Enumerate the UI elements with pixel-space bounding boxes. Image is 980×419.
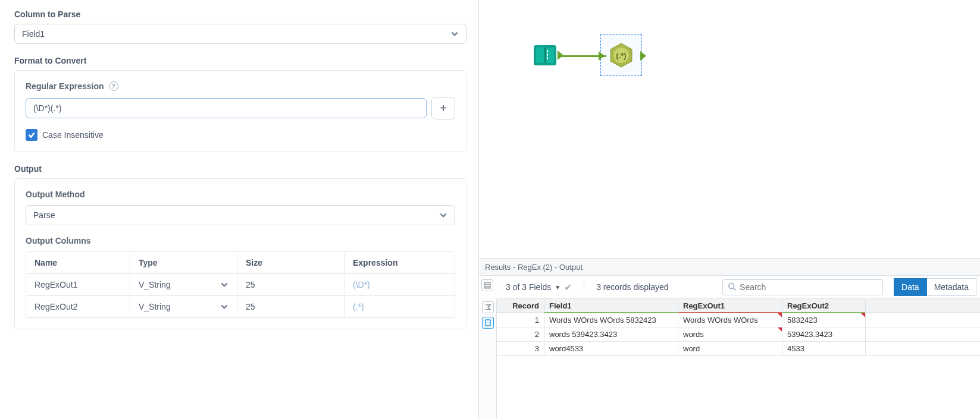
cell-type[interactable]: V_String xyxy=(130,296,237,317)
column-to-parse-section: Column to Parse Field1 xyxy=(14,10,466,44)
book-icon xyxy=(533,43,558,68)
results-title: Results - RegEx (2) - Output xyxy=(479,259,980,276)
format-group: Regular Expression ? + Case Insensitive xyxy=(14,70,466,152)
output-method-value: Parse xyxy=(33,210,55,220)
results-body: Record Field1 RegExOut1 RegExOut2 xyxy=(479,299,980,419)
add-regex-button[interactable]: + xyxy=(431,97,455,119)
results-search[interactable] xyxy=(722,279,883,295)
grid-row[interactable]: 1 Words WOrds WOrds 5832423 Words WOrds … xyxy=(497,313,980,327)
svg-text:(.*): (.*) xyxy=(616,51,626,60)
regex-hex-icon: (.*) xyxy=(608,42,634,68)
svg-line-13 xyxy=(734,288,736,290)
grid-row[interactable]: 3 word4533 word 4533 xyxy=(497,342,980,356)
sigma-icon[interactable] xyxy=(482,301,494,313)
table-row[interactable]: RegExOut2 V_String 25 (.*) xyxy=(26,295,455,317)
svg-rect-9 xyxy=(484,282,490,284)
cell-field1: Words WOrds WOrds 5832423 xyxy=(544,313,678,327)
regex-tool-node[interactable]: (.*) xyxy=(600,34,642,76)
svg-point-12 xyxy=(729,283,734,288)
cell-regexout2: 5832423 xyxy=(782,313,866,327)
cell-record: 2 xyxy=(497,327,544,341)
cell-expression: (.*) xyxy=(345,296,455,317)
tab-data[interactable]: Data xyxy=(894,278,927,296)
tab-metadata[interactable]: Metadata xyxy=(927,278,976,296)
results-left-iconcol xyxy=(479,276,496,299)
right-panel: (.*) Results - RegEx (2) - Output 3 of 3… xyxy=(479,0,980,419)
results-sidebar-icons xyxy=(479,299,497,419)
green-underline xyxy=(782,312,865,313)
search-icon xyxy=(728,282,736,292)
cell-size[interactable]: 25 xyxy=(237,296,345,317)
header-expression: Expression xyxy=(345,252,455,273)
cell-name[interactable]: RegExOut1 xyxy=(26,274,130,295)
layout-icon[interactable] xyxy=(481,279,493,291)
svg-rect-5 xyxy=(547,57,548,59)
column-to-parse-value: Field1 xyxy=(22,29,45,39)
output-section: Output Output Method Parse Output Column… xyxy=(14,164,466,329)
header-regexout1[interactable]: RegExOut1 xyxy=(678,299,782,313)
table-header-row: Name Type Size Expression xyxy=(26,252,455,273)
case-insensitive-label[interactable]: Case Insensitive xyxy=(42,130,104,140)
fields-dropdown[interactable]: 3 of 3 Fields ▼ ✔ xyxy=(500,279,578,295)
cell-regexout2: 4533 xyxy=(782,342,866,355)
svg-rect-2 xyxy=(544,48,546,63)
output-group: Output Method Parse Output Columns Name … xyxy=(14,178,466,329)
config-inner: Column to Parse Field1 Format to Convert… xyxy=(2,0,478,351)
cell-size[interactable]: 25 xyxy=(237,274,345,295)
grid-row[interactable]: 2 words 539423.3423 words 539423.3423 xyxy=(497,327,980,342)
red-corner-icon xyxy=(861,313,865,317)
input-anchor-icon[interactable] xyxy=(599,51,605,61)
header-size: Size xyxy=(237,252,345,273)
cell-regexout1: words xyxy=(678,327,782,341)
header-type: Type xyxy=(130,252,237,273)
config-panel: Column to Parse Field1 Format to Convert… xyxy=(0,0,479,419)
search-input[interactable] xyxy=(740,282,878,292)
chevron-down-icon xyxy=(220,303,228,311)
cell-expression: (\D*) xyxy=(345,274,455,295)
column-to-parse-label: Column to Parse xyxy=(14,10,466,19)
case-insensitive-row: Case Insensitive xyxy=(26,129,455,141)
fields-summary: 3 of 3 Fields xyxy=(506,282,551,292)
header-regexout2[interactable]: RegExOut2 xyxy=(782,299,866,313)
cell-record: 1 xyxy=(497,313,544,327)
tabs: Data Metadata xyxy=(894,278,976,296)
help-icon[interactable]: ? xyxy=(109,81,118,91)
header-name: Name xyxy=(26,252,130,273)
separator xyxy=(584,280,584,294)
svg-rect-4 xyxy=(547,53,548,56)
header-record[interactable]: Record xyxy=(497,299,544,313)
chevron-down-icon xyxy=(450,30,459,38)
red-corner-icon xyxy=(778,313,782,317)
output-method-select[interactable]: Parse xyxy=(26,205,455,225)
output-label: Output xyxy=(14,164,466,174)
regex-label-row: Regular Expression ? xyxy=(26,81,455,91)
table-row[interactable]: RegExOut1 V_String 25 (\D*) xyxy=(26,273,455,295)
svg-rect-10 xyxy=(484,285,490,286)
records-summary: 3 records displayed xyxy=(590,280,674,294)
column-to-parse-select[interactable]: Field1 xyxy=(14,24,466,44)
red-underline xyxy=(678,312,782,313)
cell-type[interactable]: V_String xyxy=(130,274,237,295)
text-input-tool-node[interactable] xyxy=(533,43,558,68)
cell-name[interactable]: RegExOut2 xyxy=(26,296,130,317)
regex-input-row: + xyxy=(26,97,455,119)
regex-input[interactable] xyxy=(26,98,427,118)
chevron-down-icon xyxy=(439,211,447,219)
cell-regexout1: Words WOrds WOrds xyxy=(678,313,782,327)
case-insensitive-checkbox[interactable] xyxy=(26,129,37,141)
green-underline xyxy=(544,312,678,313)
results-grid[interactable]: Record Field1 RegExOut1 RegExOut2 xyxy=(497,299,980,419)
workflow-canvas[interactable]: (.*) xyxy=(479,0,980,259)
regex-label: Regular Expression xyxy=(26,81,104,91)
page-icon[interactable] xyxy=(482,317,494,329)
red-corner-icon xyxy=(778,327,782,332)
output-anchor-icon[interactable] xyxy=(640,51,646,61)
results-toolbar: 3 of 3 Fields ▼ ✔ 3 records displayed Da… xyxy=(496,276,980,299)
cell-regexout1: word xyxy=(678,342,782,355)
cell-field1: word4533 xyxy=(544,342,678,355)
header-field1[interactable]: Field1 xyxy=(544,299,678,313)
chevron-down-icon xyxy=(220,281,228,289)
format-to-convert-label: Format to Convert xyxy=(14,56,466,65)
grid-header-row: Record Field1 RegExOut1 RegExOut2 xyxy=(497,299,980,313)
output-columns-table: Name Type Size Expression RegExOut1 V_St… xyxy=(26,251,455,318)
